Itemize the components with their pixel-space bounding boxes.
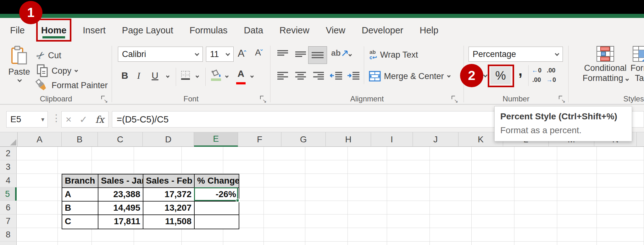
cell-A4[interactable]: [17, 174, 58, 187]
row-header-4[interactable]: 4: [0, 174, 17, 187]
align-right-button[interactable]: [313, 71, 325, 81]
cell-M8[interactable]: [514, 228, 557, 241]
orientation-button[interactable]: ab: [331, 48, 349, 58]
formula-bar-grip[interactable]: ⋮: [52, 112, 61, 123]
cell-K7[interactable]: [430, 214, 472, 228]
cell-J9[interactable]: [387, 242, 430, 245]
table-header-cell[interactable]: Sales - Feb: [143, 174, 195, 188]
cell-C2[interactable]: [92, 147, 134, 160]
cell-M4[interactable]: [514, 174, 557, 187]
fill-color-chevron[interactable]: [225, 74, 229, 78]
font-name-combo[interactable]: Calibri: [118, 47, 203, 62]
cell-I3[interactable]: [348, 160, 387, 174]
cell-L2[interactable]: [472, 147, 514, 160]
table-cell[interactable]: 23,388: [98, 188, 143, 202]
align-top-button[interactable]: [277, 49, 289, 59]
cell-L7[interactable]: [472, 214, 514, 228]
borders-button[interactable]: [180, 70, 191, 80]
cell-A9[interactable]: [17, 242, 58, 245]
insert-function-icon[interactable]: fx: [95, 114, 104, 125]
align-bottom-button[interactable]: [308, 46, 327, 64]
table-header-cell[interactable]: Sales - Jan: [98, 174, 143, 188]
comma-style-button[interactable]: ,: [514, 62, 527, 79]
cell-F2[interactable]: [223, 147, 264, 160]
cell-N4[interactable]: [557, 174, 597, 187]
cell-H4[interactable]: [305, 174, 348, 187]
cell-G6[interactable]: [264, 201, 305, 214]
align-center-button[interactable]: [295, 71, 307, 81]
cell-L5[interactable]: [472, 187, 514, 201]
column-header-G[interactable]: G: [281, 132, 326, 147]
cell-O4[interactable]: [597, 174, 644, 187]
enter-icon[interactable]: ✓: [80, 114, 87, 125]
cell-A8[interactable]: [17, 228, 58, 241]
column-header-H[interactable]: H: [326, 132, 371, 147]
cell-K5[interactable]: [430, 187, 472, 201]
align-left-button[interactable]: [277, 71, 289, 81]
cell-M9[interactable]: [514, 242, 557, 245]
table-cell[interactable]: [195, 215, 239, 229]
table-cell[interactable]: 17,372: [143, 188, 195, 202]
cell-N7[interactable]: [557, 214, 597, 228]
clipboard-dialog-launcher[interactable]: [101, 96, 107, 101]
cell-I9[interactable]: [348, 242, 387, 245]
tab-insert[interactable]: Insert: [82, 18, 106, 43]
cell-O2[interactable]: [597, 147, 644, 160]
cell-D3[interactable]: [134, 160, 182, 174]
cell-F9[interactable]: [223, 242, 264, 245]
italic-button[interactable]: I: [137, 70, 140, 81]
cell-I4[interactable]: [348, 174, 387, 187]
table-cell[interactable]: B: [62, 202, 98, 215]
table-cell[interactable]: 17,811: [98, 215, 143, 229]
merge-center-button[interactable]: Merge & Center: [369, 71, 450, 82]
select-all-corner[interactable]: [0, 132, 18, 147]
cell-K2[interactable]: [430, 147, 472, 160]
cell-E9[interactable]: [182, 242, 223, 245]
column-header-C[interactable]: C: [98, 132, 143, 147]
cell-I2[interactable]: [348, 147, 387, 160]
cell-O3[interactable]: [597, 160, 644, 174]
row-header-2[interactable]: 2: [0, 147, 17, 160]
decrease-font-size-button[interactable]: Aˇ: [255, 48, 263, 58]
font-color-chevron[interactable]: [250, 74, 254, 78]
merge-center-chevron[interactable]: [447, 74, 450, 77]
paste-button[interactable]: Paste: [6, 46, 33, 82]
align-middle-button[interactable]: [295, 49, 307, 59]
row-header-6[interactable]: 6: [0, 201, 17, 214]
increase-decimal-button[interactable]: ←0 .00: [532, 67, 541, 83]
increase-font-size-button[interactable]: Aˆ: [238, 48, 246, 59]
cell-M6[interactable]: [514, 201, 557, 214]
cell-G8[interactable]: [264, 228, 305, 241]
cell-O7[interactable]: [597, 214, 644, 228]
table-cell[interactable]: [195, 202, 239, 215]
increase-indent-button[interactable]: [347, 71, 360, 81]
cell-G9[interactable]: [264, 242, 305, 245]
tab-review[interactable]: Review: [279, 18, 310, 43]
cell-I5[interactable]: [348, 187, 387, 201]
tab-developer[interactable]: Developer: [361, 18, 404, 43]
cell-G2[interactable]: [264, 147, 305, 160]
cell-H5[interactable]: [305, 187, 348, 201]
conditional-formatting-chevron[interactable]: [625, 77, 629, 81]
format-painter-button[interactable]: Format Painter: [35, 78, 108, 92]
cell-J8[interactable]: [387, 228, 430, 241]
cell-J2[interactable]: [387, 147, 430, 160]
cell-B3[interactable]: [58, 160, 92, 174]
cell-F8[interactable]: [223, 228, 264, 241]
cell-C9[interactable]: [92, 242, 134, 245]
cell-A5[interactable]: [17, 187, 58, 201]
row-header-9[interactable]: 9: [0, 242, 17, 245]
cell-L4[interactable]: [472, 174, 514, 187]
table-cell[interactable]: 13,207: [143, 202, 195, 215]
cell-H6[interactable]: [305, 201, 348, 214]
name-box[interactable]: E5 ▾: [6, 111, 48, 128]
cell-L3[interactable]: [472, 160, 514, 174]
cell-B2[interactable]: [58, 147, 92, 160]
cell-D8[interactable]: [134, 228, 182, 241]
font-size-combo[interactable]: 11: [206, 47, 234, 62]
row-header-5[interactable]: 5: [0, 187, 17, 201]
cell-A3[interactable]: [17, 160, 58, 174]
tab-view[interactable]: View: [325, 18, 346, 43]
cell-M7[interactable]: [514, 214, 557, 228]
cell-H3[interactable]: [305, 160, 348, 174]
